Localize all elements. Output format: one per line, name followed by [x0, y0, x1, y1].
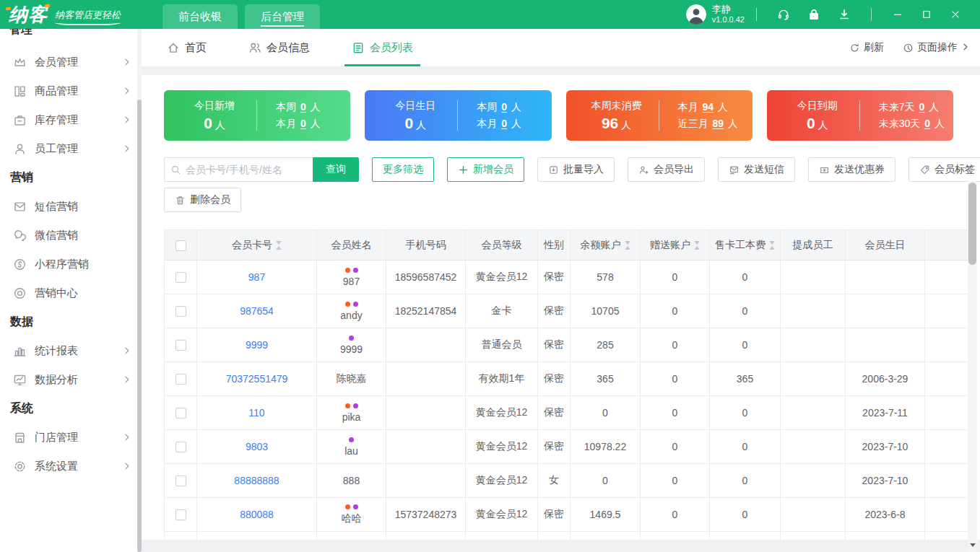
stat-card-expire-today: 今日到期0 人未来7天 0 人未来30天 0 人	[767, 90, 953, 141]
row-checkbox[interactable]	[175, 340, 186, 351]
minimize-button[interactable]	[883, 0, 912, 29]
batch-import-button[interactable]: 批量导入	[537, 157, 615, 182]
refresh-button[interactable]: 刷新	[849, 41, 884, 54]
search-input[interactable]	[186, 164, 307, 175]
column-header-balance[interactable]: 余额账户	[571, 230, 641, 260]
stat-card-sub-row[interactable]: 本周 0 人	[477, 99, 544, 115]
scroll-down-arrow[interactable]	[968, 537, 977, 550]
toolbar-row-1: 查询 更多筛选新增会员批量导入会员导出发送短信发送优惠券会员标签	[164, 157, 968, 182]
stat-card-sub-row[interactable]: 近三月 89 人	[678, 115, 745, 132]
row-checkbox[interactable]	[175, 272, 186, 283]
sort-carets-icon[interactable]	[694, 241, 700, 250]
search-button[interactable]: 查询	[313, 157, 359, 182]
sidebar-item-wechat-marketing[interactable]: 微信营销	[0, 221, 142, 250]
sidebar-item-miniapp-marketing[interactable]: 小程序营销	[0, 250, 142, 279]
column-header-card[interactable]: 会员卡号	[197, 230, 317, 260]
download-button[interactable]	[829, 0, 859, 29]
sidebar-item-sms-marketing[interactable]: 短信营销	[0, 192, 142, 221]
stat-card-no-consume-week: 本周未消费96 人本月 94 人近三月 89 人	[566, 90, 753, 141]
table-row: 9803lau黄金会员12保密10978.22002023-7-10	[165, 430, 968, 464]
cell-phone	[386, 464, 466, 498]
stat-card-birthday-today: 今日生日0 人本周 0 人本月 0 人	[365, 90, 551, 141]
member-card-link[interactable]: 987	[248, 271, 265, 283]
table-scrollbar-thumb[interactable]	[968, 183, 976, 265]
cell-clipped	[925, 464, 968, 498]
member-name: 陈晓嘉	[317, 372, 386, 385]
cell-balance: 285	[571, 328, 641, 362]
maximize-button[interactable]	[912, 0, 941, 29]
sidebar-clipped-label: 管理	[0, 29, 142, 39]
sidebar-item-label: 门店管理	[35, 431, 78, 444]
main-content: 首页会员信息会员列表 刷新 页面操作 今日新增0 人本周 0 人本月 0 人今日…	[142, 29, 980, 552]
member-export-button[interactable]: 会员导出	[628, 157, 705, 182]
stat-card-sub-row[interactable]: 本月 0 人	[477, 115, 544, 132]
cell-staff	[781, 294, 846, 328]
send-coupon-button[interactable]: 发送优惠券	[808, 157, 896, 182]
sidebar-item-store-mgmt[interactable]: 门店管理	[0, 423, 142, 452]
sort-carets-icon[interactable]	[625, 241, 630, 250]
delete-member-button[interactable]: 删除会员	[164, 188, 241, 212]
member-name: pika	[317, 411, 386, 423]
member-card-link[interactable]: 88888888	[234, 475, 279, 486]
cell-card_fee: 0	[710, 498, 781, 532]
nav-tab-front-desk[interactable]: 前台收银	[162, 4, 238, 29]
customer-service-button[interactable]	[768, 0, 799, 29]
tab-member-list[interactable]: 会员列表	[349, 29, 416, 66]
avatar[interactable]	[686, 4, 706, 25]
sidebar-item-data-analysis[interactable]: 数据分析	[0, 365, 142, 394]
sidebar-item-marketing-center[interactable]: 营销中心	[0, 279, 142, 307]
stat-card-sub-row[interactable]: 未来30天 0 人	[879, 115, 946, 132]
cell-card_fee: 0	[710, 430, 781, 464]
more-filter-button[interactable]: 更多筛选	[372, 157, 434, 182]
sidebar-item-staff-mgmt[interactable]: 员工管理	[0, 134, 142, 163]
sort-carets-icon[interactable]	[769, 241, 775, 250]
member-card-link[interactable]: 880088	[240, 509, 274, 520]
send-sms-button[interactable]: 发送短信	[718, 157, 795, 182]
row-checkbox[interactable]	[175, 509, 186, 520]
stat-card-sub-row[interactable]: 本周 0 人	[276, 99, 343, 115]
sidebar-item-system-settings[interactable]: 系统设置	[0, 452, 142, 481]
service-icon	[777, 8, 790, 21]
row-checkbox[interactable]	[175, 374, 186, 385]
stat-card-main: 本周未消费96 人	[579, 100, 654, 132]
select-all-checkbox[interactable]	[175, 240, 186, 251]
member-card-link[interactable]: 9803	[246, 441, 268, 452]
member-card-link[interactable]: 110	[248, 407, 264, 419]
member-tag-button[interactable]: 会员标签	[909, 157, 980, 182]
member-card-link[interactable]: 70372551479	[226, 373, 288, 385]
window-controls	[883, 0, 970, 29]
sort-carets-icon[interactable]	[276, 241, 282, 250]
member-list-panel: 今日新增0 人本周 0 人本月 0 人今日生日0 人本周 0 人本月 0 人本周…	[142, 75, 980, 540]
column-header-clipped	[925, 230, 968, 260]
column-header-gift[interactable]: 赠送账户	[641, 230, 710, 260]
column-label: 会员等级	[482, 239, 522, 252]
stat-card-sub-row[interactable]: 本月 94 人	[678, 99, 745, 115]
row-checkbox[interactable]	[175, 408, 186, 419]
table-scrollbar[interactable]	[968, 181, 977, 552]
member-card-link[interactable]: 9999	[246, 339, 268, 351]
row-checkbox[interactable]	[175, 442, 186, 452]
user-icon	[13, 142, 27, 156]
sidebar-item-stat-reports[interactable]: 统计报表	[0, 336, 142, 365]
lock-screen-button[interactable]	[799, 0, 829, 29]
member-card-link[interactable]: 987654	[240, 305, 274, 317]
tab-home[interactable]: 首页	[164, 29, 209, 66]
add-member-button[interactable]: 新增会员	[447, 157, 524, 182]
cell-staff	[781, 430, 846, 464]
nav-tab-backstage[interactable]: 后台管理	[245, 4, 320, 29]
row-checkbox[interactable]	[175, 476, 186, 486]
column-header-card_fee[interactable]: 售卡工本费	[710, 230, 781, 260]
member-tag-dots	[317, 437, 386, 444]
sidebar-item-label: 库存管理	[35, 113, 78, 127]
close-button[interactable]	[941, 0, 970, 29]
stat-card-sub-row[interactable]: 本月 0 人	[276, 115, 343, 132]
sidebar-item-inventory-mgmt[interactable]: 库存管理	[0, 105, 142, 134]
page-actions-button[interactable]: 页面操作	[903, 41, 970, 54]
row-checkbox[interactable]	[175, 306, 186, 317]
orange-dot-icon	[345, 403, 350, 408]
stat-card-sub-row[interactable]: 未来7天 0 人	[879, 99, 946, 115]
cell-card_fee: 0	[710, 260, 781, 294]
tab-member-info[interactable]: 会员信息	[246, 29, 313, 66]
sidebar-item-member-mgmt[interactable]: 会员管理	[0, 48, 142, 76]
sidebar-item-product-mgmt[interactable]: 商品管理	[0, 76, 142, 105]
